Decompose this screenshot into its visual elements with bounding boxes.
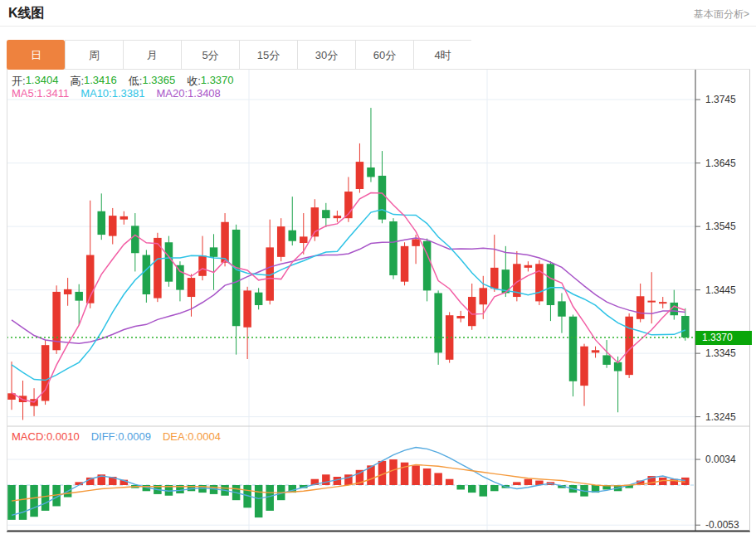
candle-body <box>434 293 442 352</box>
candle-body <box>592 350 600 352</box>
candle-body <box>120 216 129 220</box>
candle-body <box>75 292 83 301</box>
current-price-tag: 1.3370 <box>695 331 752 345</box>
fundamental-analysis-link[interactable]: 基本面分析> <box>694 7 749 22</box>
candle-body <box>480 288 488 304</box>
macd-bar <box>446 479 454 485</box>
macd-bar <box>423 468 432 485</box>
candle-body <box>569 317 578 381</box>
candle-body <box>322 210 330 218</box>
macd-axis-label: 0.0034 <box>705 454 736 465</box>
price-axis-label: 1.3345 <box>705 347 736 359</box>
tab-interval-15min[interactable]: 15分 <box>239 40 297 70</box>
candle-body <box>109 216 117 235</box>
macd-bar <box>456 485 465 489</box>
price-axis-label: 1.3745 <box>705 94 736 105</box>
candle-body <box>456 316 465 318</box>
candle-body <box>637 296 645 319</box>
legend-diff: DIFF:0.0009 <box>91 430 151 443</box>
candle-body <box>176 265 184 290</box>
macd-bar <box>513 482 521 485</box>
macd-bar <box>480 485 488 497</box>
macd-legend: MACD:0.0010 DIFF:0.0009 DEA:0.0004 <box>12 430 221 443</box>
candle-body <box>277 226 285 257</box>
candle-body <box>131 226 139 253</box>
tab-interval-30min[interactable]: 30分 <box>297 40 355 70</box>
candles-layer <box>7 108 689 420</box>
candle-body <box>255 293 263 305</box>
legend-ma20: MA20: 1.3408 <box>156 87 220 100</box>
price-axis-label: 1.3545 <box>705 221 736 232</box>
ma-legend: MA5: 1.3411 MA10: 1.3381 MA20: 1.3408 <box>12 87 221 100</box>
candle-body <box>232 230 241 326</box>
candle-body <box>334 216 342 218</box>
candle-body <box>647 301 656 303</box>
candle-body <box>580 347 588 386</box>
candle-body <box>659 302 667 303</box>
candle-body <box>367 167 375 177</box>
candle-body <box>243 290 251 327</box>
tab-interval-5min[interactable]: 5分 <box>181 40 239 70</box>
price-axis-label: 1.3445 <box>705 284 736 296</box>
candle-body <box>289 231 297 241</box>
macd-bar <box>322 474 330 485</box>
candle-body <box>625 317 633 375</box>
legend-dea: DEA:0.0004 <box>163 430 221 443</box>
tab-interval-month[interactable]: 月 <box>123 40 181 70</box>
macd-bar <box>19 485 27 520</box>
ma20-line <box>12 238 685 343</box>
macd-bar <box>468 485 476 493</box>
candle-body <box>165 242 173 281</box>
macd-bar <box>266 485 274 511</box>
macd-bar <box>490 485 499 491</box>
chart-canvas[interactable] <box>7 70 750 532</box>
legend-ma10: MA10: 1.3381 <box>80 87 144 100</box>
candle-body <box>378 176 387 220</box>
candle-body <box>210 247 217 256</box>
candle-body <box>412 239 420 245</box>
tab-interval-60min[interactable]: 60分 <box>355 40 413 70</box>
macd-bar <box>524 479 533 485</box>
tab-interval-week[interactable]: 周 <box>65 40 123 70</box>
candle-body <box>300 236 308 243</box>
candle-body <box>490 268 499 289</box>
macd-bar <box>30 485 38 517</box>
macd-axis-label: -0.0053 <box>705 519 739 531</box>
macd-bar <box>41 485 50 511</box>
interval-tab-bar: 日 周 月 5分 15分 30分 60分 4时 <box>7 40 750 70</box>
candle-body <box>681 316 690 337</box>
kline-widget: K线图 基本面分析> 日 周 月 5分 15分 30分 60分 4时 开:1.3… <box>0 0 756 534</box>
candle-body <box>221 222 229 263</box>
candle-body <box>389 221 398 275</box>
price-axis-label: 1.3645 <box>705 158 736 169</box>
candle-body <box>401 246 409 282</box>
macd-bar <box>434 473 442 485</box>
candle-body <box>535 264 544 301</box>
tab-interval-4hour[interactable]: 4时 <box>413 40 471 70</box>
tab-interval-day[interactable]: 日 <box>7 40 65 70</box>
candle-body <box>143 255 151 294</box>
macd-bar <box>412 465 420 485</box>
candle-body <box>64 289 72 294</box>
candle-body <box>547 264 555 305</box>
header-divider <box>0 26 756 27</box>
candle-body <box>198 255 207 275</box>
page-title: K线图 <box>8 5 45 22</box>
macd-histogram-layer <box>7 459 689 520</box>
tab-bar-filler <box>471 40 750 69</box>
legend-ma5: MA5: 1.3411 <box>12 87 69 100</box>
price-axis-label: 1.3245 <box>705 411 736 423</box>
candle-body <box>356 162 364 189</box>
macd-bar <box>389 459 398 485</box>
legend-macd: MACD:0.0010 <box>12 430 80 443</box>
candle-body <box>602 355 611 364</box>
macd-bar <box>255 485 263 517</box>
candle-body <box>97 211 105 235</box>
candle-body <box>524 265 533 268</box>
candle-body <box>188 278 196 297</box>
candle-body <box>558 301 566 316</box>
candlestick-chart[interactable]: 开:1.3404 高:1.3416 低:1.3365 收:1.3370 MA5:… <box>7 70 750 532</box>
